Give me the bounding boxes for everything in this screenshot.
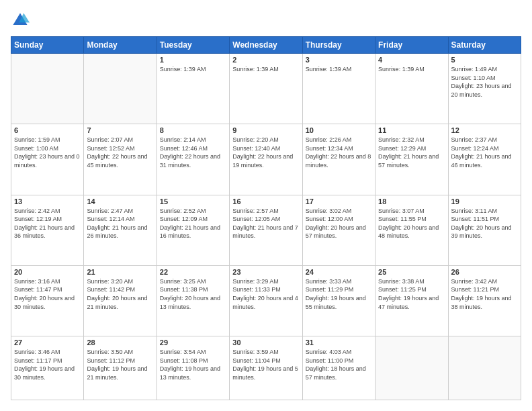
weekday-header-sunday: Sunday	[11, 37, 84, 54]
day-cell: 31Sunrise: 4:03 AM Sunset: 11:00 PM Dayl…	[302, 336, 375, 400]
day-cell: 29Sunrise: 3:54 AM Sunset: 11:08 PM Dayl…	[157, 336, 229, 400]
day-info: Sunrise: 3:33 AM Sunset: 11:29 PM Daylig…	[306, 277, 372, 311]
week-row-2: 6Sunrise: 1:59 AM Sunset: 1:00 AM Daylig…	[11, 124, 521, 195]
day-number: 29	[160, 338, 226, 347]
day-cell: 14Sunrise: 2:47 AM Sunset: 12:14 AM Dayl…	[84, 195, 157, 265]
week-row-1: 1Sunrise: 1:39 AM2Sunrise: 1:39 AM3Sunri…	[11, 54, 521, 124]
day-cell: 22Sunrise: 3:25 AM Sunset: 11:38 PM Dayl…	[157, 265, 229, 336]
day-number: 9	[232, 126, 299, 134]
day-number: 31	[306, 338, 372, 347]
day-number: 3	[306, 56, 372, 64]
day-info: Sunrise: 2:07 AM Sunset: 12:52 AM Daylig…	[87, 136, 153, 169]
week-row-3: 13Sunrise: 2:42 AM Sunset: 12:19 AM Dayl…	[11, 195, 521, 265]
day-number: 27	[14, 338, 81, 347]
calendar-table: SundayMondayTuesdayWednesdayThursdayFrid…	[11, 36, 521, 400]
day-cell	[448, 336, 521, 400]
day-number: 11	[378, 126, 445, 134]
day-info: Sunrise: 1:59 AM Sunset: 1:00 AM Dayligh…	[14, 136, 81, 169]
day-info: Sunrise: 2:20 AM Sunset: 12:40 AM Daylig…	[232, 136, 299, 169]
day-info: Sunrise: 3:02 AM Sunset: 12:00 AM Daylig…	[306, 207, 372, 240]
day-cell: 18Sunrise: 3:07 AM Sunset: 11:55 PM Dayl…	[375, 195, 448, 265]
day-info: Sunrise: 3:38 AM Sunset: 11:25 PM Daylig…	[378, 277, 445, 311]
day-cell	[11, 54, 84, 124]
day-info: Sunrise: 3:42 AM Sunset: 11:21 PM Daylig…	[451, 277, 518, 311]
day-cell: 23Sunrise: 3:29 AM Sunset: 11:33 PM Dayl…	[230, 265, 302, 336]
day-number: 14	[87, 197, 153, 205]
day-info: Sunrise: 3:29 AM Sunset: 11:33 PM Daylig…	[232, 277, 299, 311]
header	[11, 11, 521, 30]
day-info: Sunrise: 3:20 AM Sunset: 11:42 PM Daylig…	[87, 277, 153, 311]
day-number: 8	[160, 126, 226, 134]
day-number: 10	[306, 126, 372, 134]
day-cell: 19Sunrise: 3:11 AM Sunset: 11:51 PM Dayl…	[448, 195, 521, 265]
day-number: 30	[232, 338, 299, 347]
day-number: 17	[306, 197, 372, 205]
day-cell: 8Sunrise: 2:14 AM Sunset: 12:46 AM Dayli…	[157, 124, 229, 195]
day-info: Sunrise: 2:52 AM Sunset: 12:09 AM Daylig…	[160, 207, 226, 240]
day-number: 5	[451, 56, 518, 64]
weekday-header-wednesday: Wednesday	[230, 37, 302, 54]
day-cell: 4Sunrise: 1:39 AM	[375, 54, 448, 124]
day-number: 16	[232, 197, 299, 205]
day-number: 15	[160, 197, 226, 205]
day-number: 7	[87, 126, 153, 134]
day-cell: 30Sunrise: 3:59 AM Sunset: 11:04 PM Dayl…	[230, 336, 302, 400]
day-info: Sunrise: 2:57 AM Sunset: 12:05 AM Daylig…	[232, 207, 299, 240]
day-number: 4	[378, 56, 445, 64]
day-cell: 12Sunrise: 2:37 AM Sunset: 12:24 AM Dayl…	[448, 124, 521, 195]
day-info: Sunrise: 3:59 AM Sunset: 11:04 PM Daylig…	[232, 348, 299, 381]
logo-icon	[11, 11, 30, 30]
day-info: Sunrise: 3:50 AM Sunset: 11:12 PM Daylig…	[87, 348, 153, 381]
day-info: Sunrise: 2:47 AM Sunset: 12:14 AM Daylig…	[87, 207, 153, 240]
day-number: 1	[160, 56, 226, 64]
day-cell: 2Sunrise: 1:39 AM	[230, 54, 302, 124]
weekday-header-thursday: Thursday	[302, 37, 375, 54]
day-info: Sunrise: 2:26 AM Sunset: 12:34 AM Daylig…	[306, 136, 372, 169]
day-number: 6	[14, 126, 81, 134]
day-info: Sunrise: 3:07 AM Sunset: 11:55 PM Daylig…	[378, 207, 445, 240]
day-info: Sunrise: 3:46 AM Sunset: 11:17 PM Daylig…	[14, 348, 81, 381]
week-row-4: 20Sunrise: 3:16 AM Sunset: 11:47 PM Dayl…	[11, 265, 521, 336]
day-cell: 17Sunrise: 3:02 AM Sunset: 12:00 AM Dayl…	[302, 195, 375, 265]
day-number: 21	[87, 268, 153, 276]
day-cell: 15Sunrise: 2:52 AM Sunset: 12:09 AM Dayl…	[157, 195, 229, 265]
day-number: 2	[232, 56, 299, 64]
day-number: 22	[160, 268, 226, 276]
day-cell: 20Sunrise: 3:16 AM Sunset: 11:47 PM Dayl…	[11, 265, 84, 336]
page: SundayMondayTuesdayWednesdayThursdayFrid…	[0, 0, 532, 411]
weekday-header-monday: Monday	[84, 37, 157, 54]
day-info: Sunrise: 2:42 AM Sunset: 12:19 AM Daylig…	[14, 207, 81, 240]
day-cell	[84, 54, 157, 124]
day-cell	[375, 336, 448, 400]
day-cell: 6Sunrise: 1:59 AM Sunset: 1:00 AM Daylig…	[11, 124, 84, 195]
day-number: 23	[232, 268, 299, 276]
day-cell: 21Sunrise: 3:20 AM Sunset: 11:42 PM Dayl…	[84, 265, 157, 336]
day-cell: 1Sunrise: 1:39 AM	[157, 54, 229, 124]
weekday-header-row: SundayMondayTuesdayWednesdayThursdayFrid…	[11, 37, 521, 54]
logo	[11, 11, 32, 30]
day-cell: 16Sunrise: 2:57 AM Sunset: 12:05 AM Dayl…	[230, 195, 302, 265]
weekday-header-tuesday: Tuesday	[157, 37, 229, 54]
day-info: Sunrise: 3:25 AM Sunset: 11:38 PM Daylig…	[160, 277, 226, 311]
day-number: 18	[378, 197, 445, 205]
day-number: 24	[306, 268, 372, 276]
day-info: Sunrise: 3:16 AM Sunset: 11:47 PM Daylig…	[14, 277, 81, 311]
day-cell: 10Sunrise: 2:26 AM Sunset: 12:34 AM Dayl…	[302, 124, 375, 195]
weekday-header-friday: Friday	[375, 37, 448, 54]
day-info: Sunrise: 1:39 AM	[378, 65, 445, 74]
day-info: Sunrise: 2:37 AM Sunset: 12:24 AM Daylig…	[451, 136, 518, 169]
day-cell: 27Sunrise: 3:46 AM Sunset: 11:17 PM Dayl…	[11, 336, 84, 400]
day-number: 12	[451, 126, 518, 134]
day-info: Sunrise: 1:39 AM	[306, 65, 372, 74]
week-row-5: 27Sunrise: 3:46 AM Sunset: 11:17 PM Dayl…	[11, 336, 521, 400]
day-info: Sunrise: 2:14 AM Sunset: 12:46 AM Daylig…	[160, 136, 226, 169]
day-cell: 5Sunrise: 1:49 AM Sunset: 1:10 AM Daylig…	[448, 54, 521, 124]
day-cell: 11Sunrise: 2:32 AM Sunset: 12:29 AM Dayl…	[375, 124, 448, 195]
weekday-header-saturday: Saturday	[448, 37, 521, 54]
day-number: 28	[87, 338, 153, 347]
day-cell: 24Sunrise: 3:33 AM Sunset: 11:29 PM Dayl…	[302, 265, 375, 336]
day-number: 20	[14, 268, 81, 276]
day-cell: 26Sunrise: 3:42 AM Sunset: 11:21 PM Dayl…	[448, 265, 521, 336]
day-info: Sunrise: 2:32 AM Sunset: 12:29 AM Daylig…	[378, 136, 445, 169]
day-info: Sunrise: 4:03 AM Sunset: 11:00 PM Daylig…	[306, 348, 372, 381]
